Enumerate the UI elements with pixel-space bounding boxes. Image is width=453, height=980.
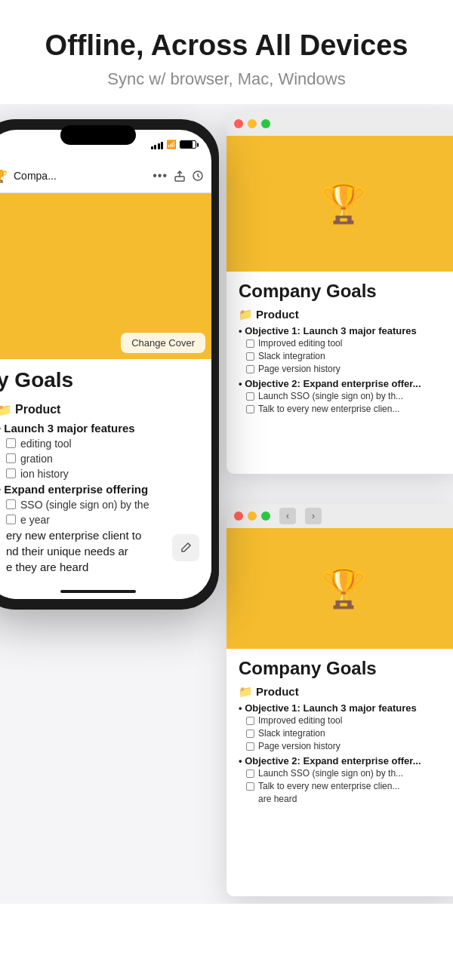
traffic-light-yellow-bottom[interactable]: [248, 512, 257, 521]
window-page-title-bottom: Company Goals: [239, 658, 448, 679]
checkbox-icon[interactable]: [6, 468, 16, 478]
phone-objective1: • Launch 3 major features: [0, 420, 199, 436]
desktop-window-top: 🏆 Company Goals 📁 Product • Objective 1:…: [226, 112, 453, 474]
window-cb2-top: Slack integration: [239, 350, 448, 363]
traffic-light-red[interactable]: [234, 119, 243, 128]
window-cb2-bottom: Slack integration: [239, 727, 448, 740]
window-folder-icon-bottom: 📁: [239, 685, 253, 699]
window-cb5-top: Talk to every new enterprise clien...: [239, 403, 448, 416]
phone-mockup: 📶 🏆 Compa... •••: [0, 119, 219, 610]
phone-note1: ery new enterprise client to: [0, 527, 199, 543]
share-icon[interactable]: [174, 170, 186, 182]
window-obj2-bottom: • Objective 2: Expand enterprise offer..…: [239, 754, 448, 767]
phone-page-title: y Goals: [0, 359, 199, 398]
window-cover-bottom: 🏆: [226, 528, 453, 649]
header-title: Offline, Across All Devices: [15, 30, 438, 62]
home-indicator: [60, 590, 136, 593]
window-checkbox-icon[interactable]: [246, 770, 254, 778]
window-trophy-icon-bottom: 🏆: [320, 567, 367, 610]
window-cover-top: 🏆: [226, 136, 453, 272]
window-cb5-cont-bottom: are heard: [239, 793, 448, 806]
window-cb5-bottom: Talk to every new enterprise clien...: [239, 780, 448, 793]
phone-objective2: • Expand enterprise offering: [0, 481, 199, 497]
phone-edit-button[interactable]: [172, 534, 199, 561]
window-cb1-top: Improved editing tool: [239, 337, 448, 350]
folder-icon: 📁: [0, 403, 12, 417]
window-content-top: Company Goals 📁 Product • Objective 1: L…: [226, 272, 453, 425]
header-subtitle: Sync w/ browser, Mac, Windows: [15, 69, 438, 89]
battery-icon: [180, 140, 196, 149]
phone-screen: 📶 🏆 Compa... •••: [0, 130, 211, 599]
phone-note2: nd their unique needs ar: [0, 543, 199, 559]
window-section-bottom: 📁 Product: [239, 685, 448, 699]
phone-section-title: 📁 Product: [0, 403, 199, 417]
nav-forward-button[interactable]: ›: [305, 508, 322, 524]
phone-note3: e they are heard: [0, 559, 199, 575]
window-folder-icon-top: 📁: [239, 308, 253, 321]
window-obj2-top: • Objective 2: Expand enterprise offer..…: [239, 377, 448, 390]
phone-checkbox1: editing tool: [0, 436, 199, 451]
phone-pill: [60, 125, 136, 145]
wifi-icon: 📶: [166, 140, 177, 149]
window-cb4-top: Launch SSO (single sign on) by th...: [239, 390, 448, 403]
traffic-light-green-bottom[interactable]: [261, 512, 270, 521]
window-checkbox-icon[interactable]: [246, 365, 254, 373]
window-cb3-top: Page version history: [239, 363, 448, 376]
window-obj1-bottom: • Objective 1: Launch 3 major features: [239, 702, 448, 714]
url-text: Compa...: [14, 170, 146, 182]
phone-content: y Goals 📁 Product • Launch 3 major featu…: [0, 359, 211, 599]
window-titlebar-bottom: ‹ ›: [226, 504, 453, 528]
window-checkbox-icon[interactable]: [246, 730, 254, 738]
phone-checkbox3: ion history: [0, 466, 199, 481]
nav-back-button[interactable]: ‹: [279, 508, 296, 524]
checkbox-icon[interactable]: [6, 515, 16, 524]
phone-checkbox4: SSO (single sign on) by the: [0, 497, 199, 512]
clock-icon[interactable]: [192, 170, 204, 182]
phone-checkbox5: e year: [0, 512, 199, 527]
devices-section: 📶 🏆 Compa... •••: [0, 104, 453, 904]
phone-cover: Change Cover: [0, 193, 211, 359]
phone-inner: 📶 🏆 Compa... •••: [0, 130, 211, 599]
window-content-bottom: Company Goals 📁 Product • Objective 1: L…: [226, 649, 453, 815]
header-section: Offline, Across All Devices Sync w/ brow…: [0, 0, 453, 104]
window-cb3-bottom: Page version history: [239, 740, 448, 753]
window-obj1-top: • Objective 1: Launch 3 major features: [239, 324, 448, 337]
window-checkbox-icon[interactable]: [246, 742, 254, 751]
window-titlebar-top: [226, 112, 453, 136]
window-cb1-bottom: Improved editing tool: [239, 714, 448, 727]
window-checkbox-icon[interactable]: [246, 339, 254, 348]
phone-checkbox2: gration: [0, 451, 199, 466]
window-page-title-top: Company Goals: [239, 281, 448, 302]
traffic-light-red-bottom[interactable]: [234, 512, 243, 521]
desktop-window-bottom: ‹ › 🏆 Company Goals 📁 Product • Objectiv…: [226, 504, 453, 896]
change-cover-button[interactable]: Change Cover: [121, 333, 205, 353]
checkbox-icon[interactable]: [6, 499, 16, 509]
window-cb4-bottom: Launch SSO (single sign on) by th...: [239, 767, 448, 780]
checkbox-icon[interactable]: [6, 438, 16, 448]
traffic-light-yellow[interactable]: [248, 119, 257, 128]
window-checkbox-icon[interactable]: [246, 782, 254, 791]
window-checkbox-icon[interactable]: [246, 392, 254, 401]
tab-trophy-icon: 🏆: [0, 169, 8, 183]
window-section-top: 📁 Product: [239, 308, 448, 321]
window-checkbox-icon[interactable]: [246, 405, 254, 413]
more-options-icon[interactable]: •••: [153, 169, 168, 183]
signal-bars-icon: [151, 140, 164, 149]
window-checkbox-icon[interactable]: [246, 352, 254, 361]
edit-icon: [180, 542, 192, 554]
status-icons: 📶: [151, 140, 197, 149]
traffic-light-green[interactable]: [261, 119, 270, 128]
checkbox-icon[interactable]: [6, 453, 16, 463]
phone-browser-bar: 🏆 Compa... •••: [0, 160, 211, 193]
window-trophy-icon-top: 🏆: [320, 182, 367, 226]
window-checkbox-icon[interactable]: [246, 717, 254, 725]
